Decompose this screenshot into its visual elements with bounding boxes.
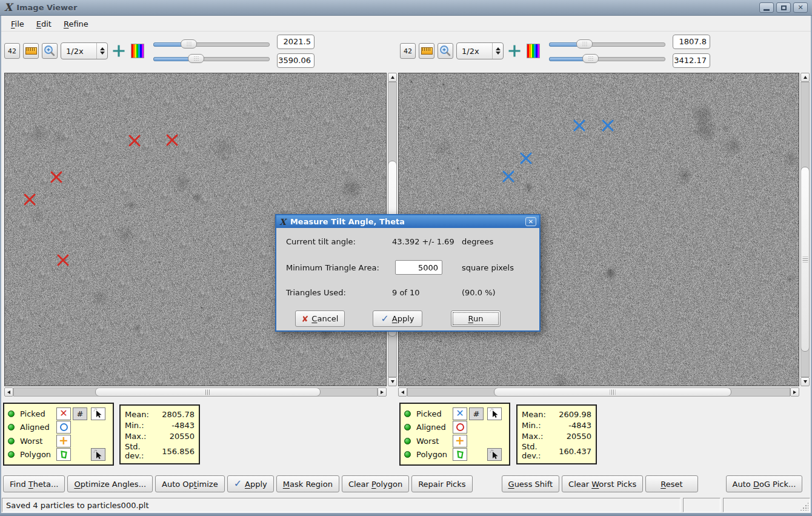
zoom-spinner[interactable] — [492, 43, 503, 59]
aligned-marker-button[interactable] — [56, 421, 71, 434]
guess-shift-button[interactable]: Guess Shift — [502, 475, 560, 492]
zoom-select-value: 1/2x — [61, 47, 96, 56]
polygon-cursor-button[interactable] — [487, 448, 502, 461]
scrollbar-thumb[interactable] — [494, 387, 731, 397]
mask-region-button[interactable]: Mask Region — [276, 475, 339, 492]
min-level-slider[interactable] — [549, 39, 665, 49]
contrast-sliders — [549, 39, 665, 63]
scroll-left-button[interactable] — [398, 387, 407, 397]
spin-up-icon — [496, 47, 501, 50]
minimize-button[interactable] — [759, 2, 774, 13]
mean-label: Mean: — [125, 410, 149, 419]
zoom-select[interactable]: 1/2x — [61, 42, 108, 59]
stats-box-left: Mean:2805.78 Min.:-4843 Max.:20550 Std. … — [119, 404, 200, 464]
pick-cursor-button[interactable] — [487, 407, 502, 420]
clear-polygon-button[interactable]: Clear Polygon — [342, 475, 409, 492]
picked-led — [404, 410, 411, 417]
min-level-value[interactable]: 1807.8 — [673, 35, 710, 49]
arrow-down-icon — [804, 380, 807, 383]
scroll-up-button[interactable] — [388, 73, 397, 82]
scrollbar-thumb[interactable] — [95, 387, 321, 397]
pick-cursor-button[interactable] — [91, 407, 105, 420]
crosshair-tool-button[interactable] — [111, 43, 127, 59]
auto-optimize-button[interactable]: Auto Optimize — [155, 475, 225, 492]
picked-marker-button[interactable]: ✕ — [56, 407, 71, 420]
count-toggle-button[interactable]: # — [73, 407, 87, 420]
red-x-icon: ✘ — [302, 315, 309, 323]
polygon-marker-button[interactable] — [56, 448, 71, 461]
max-level-slider[interactable] — [153, 54, 270, 63]
menu-refine[interactable]: Refine — [58, 18, 95, 30]
aligned-marker-button[interactable] — [453, 421, 467, 434]
crosshair-tool-button[interactable] — [507, 43, 522, 59]
mark-size-button[interactable]: 42 — [400, 43, 416, 59]
max-level-slider[interactable] — [549, 54, 665, 63]
resize-grip[interactable] — [800, 502, 808, 511]
cursor-icon — [490, 450, 499, 460]
close-button[interactable]: ✕ — [793, 2, 808, 13]
find-theta-button[interactable]: Find Theta... — [3, 475, 65, 492]
slider-handle[interactable] — [582, 54, 599, 63]
optimize-angles-button[interactable]: Optimize Angles... — [67, 475, 153, 492]
scroll-down-button[interactable] — [388, 377, 397, 386]
polygon-marker-button[interactable] — [453, 448, 467, 461]
menu-edit[interactable]: Edit — [30, 18, 58, 30]
reset-button[interactable]: Reset — [645, 475, 697, 492]
count-toggle-button[interactable]: # — [469, 407, 484, 420]
worst-marker-button[interactable]: + — [56, 435, 71, 447]
titlebar[interactable]: X Image Viewer ✕ — [0, 0, 812, 16]
scroll-right-button[interactable] — [790, 387, 799, 397]
repair-picks-button[interactable]: Repair Picks — [411, 475, 472, 492]
check-icon: ✓ — [234, 479, 242, 489]
maximize-button[interactable] — [776, 2, 791, 13]
dialog-close-button[interactable]: ✕ — [525, 217, 536, 226]
menu-file[interactable]: File — [5, 18, 30, 30]
picked-led — [8, 410, 15, 417]
slider-handle[interactable] — [188, 54, 204, 63]
polygon-icon — [455, 449, 465, 460]
min-value: -4843 — [568, 421, 591, 430]
max-level-value[interactable]: 3412.17 — [673, 53, 710, 68]
max-label: Max.: — [522, 432, 543, 441]
window-title: Image Viewer — [16, 3, 77, 12]
scroll-down-button[interactable] — [800, 377, 810, 386]
max-level-value[interactable]: 3590.06 — [277, 53, 314, 68]
zoom-button[interactable] — [42, 43, 58, 59]
slider-handle[interactable] — [181, 39, 197, 49]
apply-button[interactable]: ✓Apply — [373, 310, 422, 327]
aligned-label: Aligned — [416, 423, 453, 432]
polygon-cursor-button[interactable] — [91, 448, 105, 461]
colormap-button[interactable] — [525, 43, 541, 59]
colormap-button[interactable] — [130, 43, 145, 59]
zoom-select[interactable]: 1/2x — [456, 42, 504, 59]
degrees-unit-label: degrees — [462, 237, 534, 246]
picked-marker-button[interactable]: ✕ — [453, 407, 467, 420]
min-level-value[interactable]: 2021.5 — [277, 35, 314, 49]
worst-marker-button[interactable]: + — [453, 435, 467, 447]
worst-label: Worst — [416, 437, 453, 446]
min-level-slider[interactable] — [153, 39, 270, 49]
min-value: -4843 — [171, 421, 195, 430]
clear-worst-picks-button[interactable]: Clear Worst Picks — [562, 475, 643, 492]
ruler-button[interactable] — [419, 43, 434, 59]
worst-led — [8, 438, 15, 444]
zoom-button[interactable] — [438, 43, 453, 59]
scroll-up-button[interactable] — [800, 73, 810, 82]
apply-button[interactable]: ✓Apply — [227, 475, 274, 492]
run-button[interactable]: Run — [451, 310, 501, 327]
check-icon: ✓ — [381, 314, 388, 324]
scroll-right-button[interactable] — [378, 387, 387, 397]
min-triangle-area-input[interactable] — [395, 260, 442, 275]
arrow-up-icon — [804, 76, 807, 79]
slider-handle[interactable] — [576, 39, 593, 49]
mark-size-button[interactable]: 42 — [4, 43, 20, 59]
auto-dog-pick-button[interactable]: Auto DoG Pick... — [726, 475, 803, 492]
dialog-titlebar[interactable]: X Measure Tilt Angle, Theta ✕ — [276, 215, 539, 228]
plus-crosshair-icon — [507, 44, 522, 58]
ruler-button[interactable] — [23, 43, 39, 59]
scroll-left-button[interactable] — [4, 387, 13, 397]
scrollbar-thumb[interactable] — [800, 167, 810, 352]
zoom-spinner[interactable] — [96, 43, 107, 59]
cancel-button[interactable]: ✘Cancel — [295, 310, 345, 327]
contrast-sliders — [153, 39, 270, 63]
